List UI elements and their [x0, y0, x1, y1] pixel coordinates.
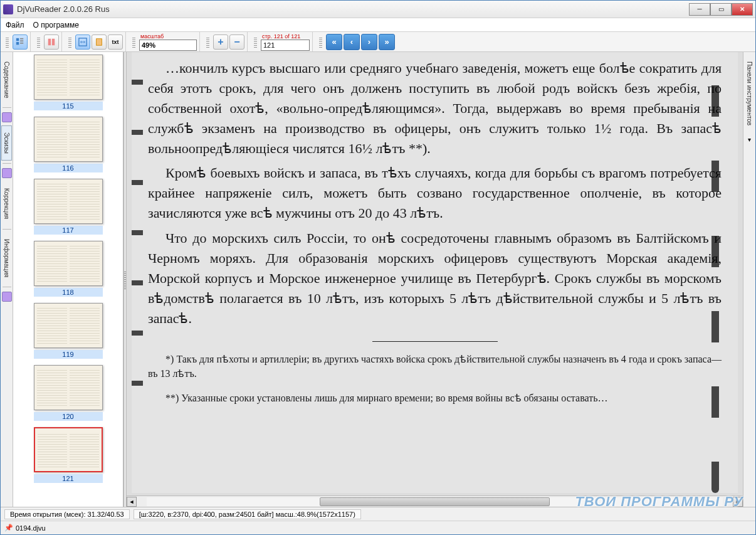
menubar: Файл О программе [1, 18, 755, 32]
scale-label: масштаб [139, 34, 197, 40]
thumbnail-116[interactable]: 116 [19, 117, 117, 172]
zoom-out-button[interactable]: − [229, 34, 244, 50]
thumbnail-120[interactable]: 120 [19, 365, 117, 421]
tab-info[interactable]: Информация [1, 232, 12, 284]
thumbnail-number: 117 [34, 226, 103, 235]
status-page-info: [ш:3220, в:2370, dpi:400, разм:24501 бай… [134, 509, 361, 519]
toolbar-grip[interactable] [6, 36, 9, 48]
thumbnail-119[interactable]: 119 [19, 303, 117, 359]
titlebar: DjVuReader 2.0.0.26 Rus ─ ▭ ✕ [1, 1, 755, 18]
toolbar: txt масштаб + − стр. 121 of 121 « ‹ › [1, 32, 755, 52]
doc-footnote: **) Указанные сроки установлены лишь для… [148, 391, 722, 405]
first-page-button[interactable]: « [326, 34, 342, 50]
thumbnail-118[interactable]: 118 [19, 241, 117, 297]
scan-artifact [132, 77, 143, 386]
svg-rect-5 [48, 38, 51, 45]
svg-rect-3 [20, 40, 23, 41]
contents-icon[interactable] [2, 112, 12, 122]
fit-page-button[interactable] [92, 34, 107, 50]
close-button[interactable]: ✕ [732, 3, 753, 16]
tab-contents[interactable]: Содержание [1, 55, 12, 105]
doc-paragraph: Кромѣ боевыхъ войскъ и запаса, въ тѣхъ с… [148, 163, 722, 223]
toolbar-grip[interactable] [68, 36, 71, 48]
last-page-button[interactable]: » [379, 34, 395, 50]
doc-paragraph: Что до морскихъ силъ Россіи, то онѣ соср… [148, 228, 722, 328]
open-file-name[interactable]: 0194.djvu [16, 524, 46, 532]
svg-rect-1 [16, 42, 19, 45]
menu-file[interactable]: Файл [6, 21, 24, 29]
next-page-button[interactable]: › [361, 34, 377, 50]
view-thumbnails-button[interactable] [13, 34, 28, 50]
chevron-down-icon[interactable]: ▾ [748, 136, 751, 143]
thumbnail-number: 121 [34, 474, 103, 483]
thumbnail-number: 120 [34, 412, 103, 421]
prev-page-button[interactable]: ‹ [344, 34, 360, 50]
svg-rect-0 [16, 38, 19, 40]
svg-rect-4 [20, 42, 23, 43]
document-page: …кончилъ курсъ высшаго или средняго учеб… [132, 52, 738, 493]
right-side-tabs: Панели инструментов ▾ [743, 52, 755, 507]
document-area[interactable]: …кончилъ курсъ высшаго или средняго учеб… [127, 52, 743, 507]
toolbar-grip[interactable] [132, 36, 135, 48]
app-icon [3, 4, 13, 14]
svg-rect-2 [20, 38, 23, 39]
footnote-separator [372, 341, 498, 342]
thumbnails-icon[interactable] [2, 168, 12, 178]
watermark: ТВОИ ПРОГРАММЫ РУ [575, 494, 743, 510]
page-label: стр. 121 of 121 [261, 34, 310, 40]
thumbnail-number: 118 [34, 288, 103, 297]
svg-rect-8 [97, 38, 102, 45]
text-mode-button[interactable]: txt [108, 34, 123, 50]
status-open-time: Время открытия (мсек): 31.32/40.53 [4, 509, 130, 519]
toolbar-grip[interactable] [254, 36, 257, 48]
thumbnail-117[interactable]: 117 [19, 179, 117, 235]
tab-thumbnails[interactable]: Эскизы [1, 125, 12, 161]
page-input[interactable] [261, 40, 310, 51]
menu-about[interactable]: О программе [33, 21, 79, 29]
doc-paragraph: …кончилъ курсъ высшаго или средняго учеб… [148, 58, 722, 158]
maximize-button[interactable]: ▭ [710, 3, 732, 16]
thumbnail-number: 115 [34, 102, 103, 110]
toolbar-grip[interactable] [319, 36, 322, 48]
filebar: 📌 0194.djvu [1, 521, 755, 534]
thumbnail-115[interactable]: 115 [19, 55, 117, 110]
scan-artifact [711, 52, 719, 493]
info-icon[interactable] [2, 292, 12, 302]
thumbnail-number: 119 [34, 350, 103, 359]
svg-rect-6 [52, 38, 55, 45]
doc-footnote: *) Такъ для пѣхоты и артиллеріи; въ друг… [148, 352, 722, 381]
toolbar-grip[interactable] [37, 36, 40, 48]
thumbnail-number: 116 [34, 164, 103, 172]
tab-correction[interactable]: Коррекция [1, 181, 12, 226]
zoom-in-button[interactable]: + [213, 34, 228, 50]
minimize-button[interactable]: ─ [689, 3, 710, 16]
window-title: DjVuReader 2.0.0.26 Rus [17, 4, 689, 14]
left-side-tabs: Содержание Эскизы Коррекция Информация [1, 52, 13, 507]
thumbnail-121[interactable]: 121 [19, 427, 117, 483]
pin-icon[interactable]: 📌 [4, 524, 13, 532]
fit-width-button[interactable] [75, 34, 90, 50]
tab-tool-panels[interactable]: Панели инструментов [744, 55, 755, 132]
scale-input[interactable] [139, 40, 197, 51]
scroll-left-arrow[interactable]: ◄ [127, 497, 137, 507]
thumbnails-panel: 115116117118119120121 [13, 52, 123, 507]
toolbar-grip[interactable] [206, 36, 209, 48]
view-single-button[interactable] [44, 34, 59, 50]
scroll-thumb[interactable] [320, 497, 550, 506]
